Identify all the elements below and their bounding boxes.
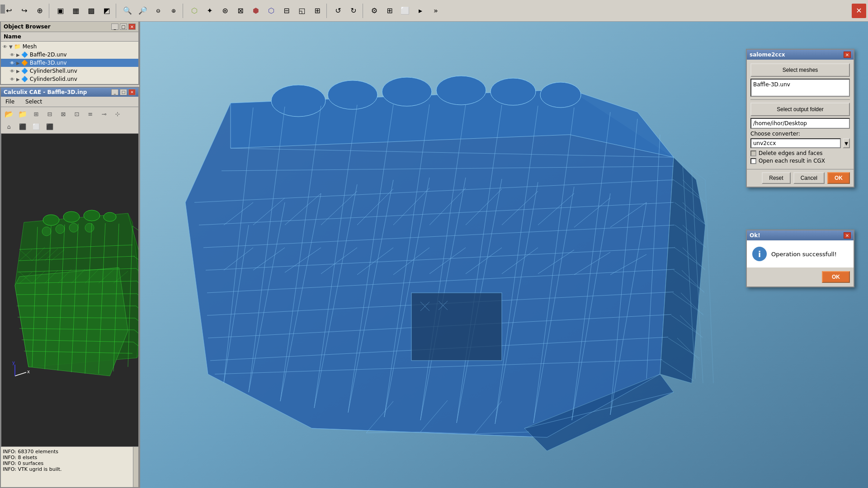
ob-item-baffle3d[interactable]: 👁 ▶ 🔶 Baffle-3D.unv [1,59,138,67]
mesh-icon-csh: 🔷 [21,68,28,74]
left-panel: Object Browser _ □ ✕ Name 👁 ▼ 📁 Mesh [0,22,140,488]
toolbar-btn-6[interactable]: ▩ [84,4,99,18]
toolbar-btn-rot-left[interactable]: ↺ [331,4,345,18]
cae-toolbar: 📂 📁 ⊞ ⊟ ⊠ ⊡ ≡ ⊸ ⊹ ⌂ ⬛ ⬜ ⬛ [1,107,138,134]
ob-close-btn[interactable]: ✕ [128,23,136,30]
toolbar-btn-hex2[interactable]: ⬢ [249,4,263,18]
cae-tb-cube1[interactable]: ⬛ [16,121,29,132]
toolbar-btn-7[interactable]: ◩ [99,4,114,18]
reset-btn[interactable]: Reset [762,172,790,184]
ob-maximize-btn[interactable]: □ [120,23,127,30]
svg-point-65 [436,76,486,105]
cae-menu-select[interactable]: Select [23,98,45,106]
cae-menubar: File Select [1,97,138,107]
ob-item-mesh-root[interactable]: 👁 ▼ 📁 Mesh [1,42,138,51]
cae-tb-b1[interactable]: ⊞ [30,108,42,120]
toolbar-btn-plus2[interactable]: ✦ [203,4,217,18]
ob-col-header: Name [1,32,138,42]
cae-menu-file[interactable]: File [3,98,17,106]
mesh-value: Baffle-3D.unv [753,81,790,88]
toolbar-btn-5[interactable]: ▦ [69,4,83,18]
svg-point-67 [540,82,581,108]
ok-dialog-message: Operation successfull! [771,251,837,258]
toolbar-btn-more[interactable]: » [429,4,443,18]
open-cgx-checkbox[interactable] [750,158,756,164]
folder-icon-mesh: 📁 [14,43,21,50]
scroll-thumb[interactable] [0,5,5,14]
toolbar-btn-hex3[interactable]: ⬡ [264,4,278,18]
mesh-textbox[interactable]: Baffle-3D.unv [750,79,850,97]
toolbar-btn-zoom-fit[interactable]: 🔍 [120,4,135,18]
toolbar-btn-play[interactable]: ▸ [413,4,428,18]
cae-tb-b5[interactable]: ≡ [84,108,97,120]
select-folder-btn[interactable]: Select output folder [750,103,850,116]
ob-item-cylshell[interactable]: 👁 ▶ 🔷 CylinderShell.unv [1,67,138,75]
toolbar-btn-zoom-in[interactable]: 🔎 [136,4,150,18]
svg-point-5 [84,210,100,221]
svg-point-8 [56,225,65,234]
cae-tb-cube3[interactable]: ⬛ [43,121,56,132]
cae-viewport: x y [1,134,138,446]
toolbar-btn-grid2[interactable]: ⊞ [382,4,397,18]
svg-point-62 [271,85,326,117]
eye-icon-b3d: 👁 [10,61,14,66]
info-icon: i [752,247,767,261]
ob-minimize-btn[interactable]: _ [111,23,118,30]
mesh-icon-csol: 🔷 [21,76,28,82]
toolbar-btn-zoom-out[interactable]: ⊖ [151,4,165,18]
toolbar-btn-close-app[interactable]: ✕ [852,4,866,18]
cae-tb-open[interactable]: 📂 [3,108,15,120]
cae-scrollbar[interactable] [133,447,138,487]
cae-tb-b3[interactable]: ⊠ [57,108,70,120]
cae-tb-b7[interactable]: ⊹ [111,108,124,120]
toolbar-btn-settings[interactable]: ⚙ [367,4,382,18]
cae-content: ▼ 🔶 Mesh ▼ 🔷 *NODE NALL ▼ 🔷 [1,134,138,446]
cae-maximize-btn[interactable]: □ [120,89,127,95]
cae-tb-b6[interactable]: ⊸ [98,108,110,120]
toolbar-btn-3[interactable]: ⊕ [33,4,47,18]
toolbar-btn-hex1[interactable]: ⬡ [187,4,202,18]
cae-tb-cube2[interactable]: ⬜ [30,121,42,132]
toolbar-btn-minus2[interactable]: ⊟ [279,4,294,18]
select-meshes-btn[interactable]: Select meshes [750,63,850,77]
converter-select[interactable]: unv2ccx [750,138,841,148]
dialog-close-btn[interactable]: ✕ [844,52,851,58]
dialog-titlebar: salome2ccx ✕ [747,50,854,60]
mesh-icon-b3d: 🔶 [21,60,28,66]
ob-item-cylsolid[interactable]: 👁 ▶ 🔷 CylinderSolid.unv [1,75,138,83]
cae-title: Calculix CAE - Baffle-3D.inp [4,89,87,95]
ob-col-name: Name [4,33,21,40]
toolbar-btn-grid[interactable]: ⊠ [233,4,248,18]
ok-dialog-close-btn[interactable]: ✕ [844,232,851,239]
ob-tree: 👁 ▼ 📁 Mesh 👁 ▶ 🔷 Baffle-2D.unv 👁 ▶ 🔶 Baf… [1,42,138,84]
cancel-btn[interactable]: Cancel [793,172,825,184]
toolbar-btn-corner[interactable]: ◱ [295,4,309,18]
ok-btn[interactable]: OK [827,172,850,184]
delete-edges-checkbox[interactable] [750,150,756,156]
status-line-4: INFO: VTK ugrid is built. [3,466,131,472]
folder-input[interactable]: /home/ihor/Desktop [750,118,850,129]
toolbar-btn-rot-right[interactable]: ↻ [346,4,361,18]
cae-tb-b8[interactable]: ⌂ [3,121,15,132]
toolbar-btn-redo[interactable]: ↪ [17,4,32,18]
cae-tb-b2[interactable]: ⊟ [43,108,56,120]
cae-tb-save[interactable]: 📁 [16,108,29,120]
svg-point-10 [85,223,94,232]
expand-arrow-csol: ▶ [16,77,20,82]
converter-dropdown-btn[interactable]: ▼ [843,138,850,148]
sep3 [183,4,185,18]
eye-icon-mesh: 👁 [3,44,7,49]
ob-item-baffle2d[interactable]: 👁 ▶ 🔷 Baffle-2D.unv [1,51,138,59]
ok-dialog-ok-btn[interactable]: OK [822,271,850,283]
toolbar-btn-rect[interactable]: ⬜ [398,4,412,18]
cae-tb-b4[interactable]: ⊡ [71,108,83,120]
toolbar-btn-box[interactable]: ⊞ [310,4,325,18]
object-browser-header: Object Browser _ □ ✕ [1,22,138,32]
cae-close-btn[interactable]: ✕ [128,89,136,95]
ob-label-baffle3d: Baffle-3D.unv [30,60,67,66]
toolbar-btn-select-all[interactable]: ▣ [53,4,68,18]
toolbar-btn-zoom-plus[interactable]: ⊕ [166,4,181,18]
toolbar-btn-circ[interactable]: ⊛ [218,4,232,18]
cae-status-text: INFO: 68370 elements INFO: 8 elsets INFO… [1,447,133,487]
cae-minimize-btn[interactable]: _ [111,89,118,95]
